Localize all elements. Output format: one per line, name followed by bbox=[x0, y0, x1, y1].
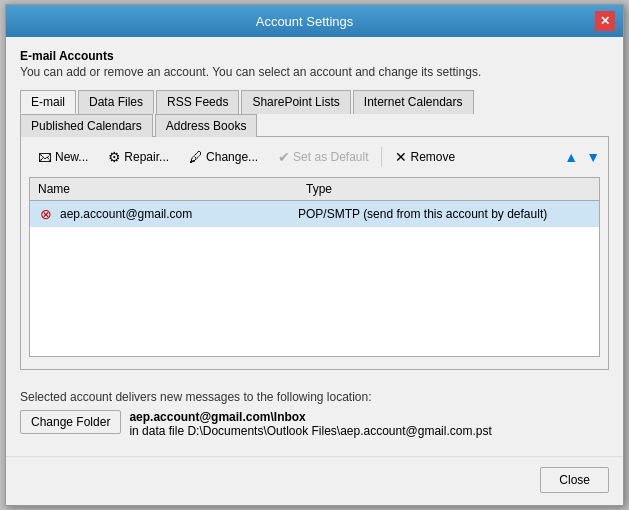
data-file-path: in data file D:\Documents\Outlook Files\… bbox=[129, 424, 609, 438]
set-default-icon: ✔ bbox=[278, 149, 290, 165]
repair-icon: ⚙ bbox=[108, 149, 121, 165]
close-label: Close bbox=[559, 473, 590, 487]
change-button[interactable]: 🖊 Change... bbox=[180, 145, 267, 169]
move-down-button[interactable]: ▼ bbox=[586, 149, 600, 165]
remove-button[interactable]: ✕ Remove bbox=[386, 145, 464, 169]
repair-label: Repair... bbox=[124, 150, 169, 164]
close-window-button[interactable]: ✕ bbox=[595, 11, 615, 31]
col-type-header: Type bbox=[306, 182, 591, 196]
accounts-table-container: Name Type ⊗ aep.account@gmail.com POP/SM… bbox=[29, 177, 600, 357]
section-subtitle: You can add or remove an account. You ca… bbox=[20, 65, 609, 79]
tab-data-files[interactable]: Data Files bbox=[78, 90, 154, 114]
table-row[interactable]: ⊗ aep.account@gmail.com POP/SMTP (send f… bbox=[30, 201, 599, 227]
title-bar: Account Settings ✕ bbox=[6, 5, 623, 37]
change-icon: 🖊 bbox=[189, 149, 203, 165]
toolbar: 🖂 New... ⚙ Repair... 🖊 Change... ✔ Set a… bbox=[29, 145, 600, 169]
tab-address-books[interactable]: Address Books bbox=[155, 114, 258, 137]
set-default-button[interactable]: ✔ Set as Default bbox=[269, 145, 377, 169]
new-label: New... bbox=[55, 150, 88, 164]
close-button[interactable]: Close bbox=[540, 467, 609, 493]
new-icon: 🖂 bbox=[38, 149, 52, 165]
footer: Close bbox=[6, 456, 623, 505]
change-label: Change... bbox=[206, 150, 258, 164]
folder-info: aep.account@gmail.com\Inbox in data file… bbox=[129, 410, 609, 438]
bottom-section: Selected account delivers new messages t… bbox=[20, 382, 609, 438]
set-default-label: Set as Default bbox=[293, 150, 368, 164]
account-icon: ⊗ bbox=[38, 206, 54, 222]
delivers-text: Selected account delivers new messages t… bbox=[20, 390, 609, 404]
change-folder-button[interactable]: Change Folder bbox=[20, 410, 121, 434]
account-email: aep.account@gmail.com bbox=[60, 207, 192, 221]
main-content: E-mail Accounts You can add or remove an… bbox=[6, 37, 623, 448]
tab-published-calendars[interactable]: Published Calendars bbox=[20, 114, 153, 137]
tab-sharepoint-lists[interactable]: SharePoint Lists bbox=[241, 90, 350, 114]
section-title: E-mail Accounts bbox=[20, 49, 609, 63]
header-section: E-mail Accounts You can add or remove an… bbox=[20, 49, 609, 79]
repair-button[interactable]: ⚙ Repair... bbox=[99, 145, 178, 169]
move-up-button[interactable]: ▲ bbox=[564, 149, 578, 165]
tabs-bar: E-mail Data Files RSS Feeds SharePoint L… bbox=[20, 89, 609, 137]
remove-label: Remove bbox=[410, 150, 455, 164]
change-folder-label: Change Folder bbox=[31, 415, 110, 429]
email-panel: 🖂 New... ⚙ Repair... 🖊 Change... ✔ Set a… bbox=[20, 137, 609, 370]
folder-row: Change Folder aep.account@gmail.com\Inbo… bbox=[20, 410, 609, 438]
window-title: Account Settings bbox=[14, 14, 595, 29]
tab-email[interactable]: E-mail bbox=[20, 90, 76, 114]
account-type-cell: POP/SMTP (send from this account by defa… bbox=[298, 207, 591, 221]
col-name-header: Name bbox=[38, 182, 306, 196]
account-name-cell: ⊗ aep.account@gmail.com bbox=[38, 206, 298, 222]
inbox-path: aep.account@gmail.com\Inbox bbox=[129, 410, 609, 424]
table-header: Name Type bbox=[30, 178, 599, 201]
remove-icon: ✕ bbox=[395, 149, 407, 165]
tab-rss-feeds[interactable]: RSS Feeds bbox=[156, 90, 239, 114]
account-settings-window: Account Settings ✕ E-mail Accounts You c… bbox=[5, 4, 624, 506]
new-button[interactable]: 🖂 New... bbox=[29, 145, 97, 169]
tab-internet-calendars[interactable]: Internet Calendars bbox=[353, 90, 474, 114]
toolbar-separator bbox=[381, 147, 382, 167]
